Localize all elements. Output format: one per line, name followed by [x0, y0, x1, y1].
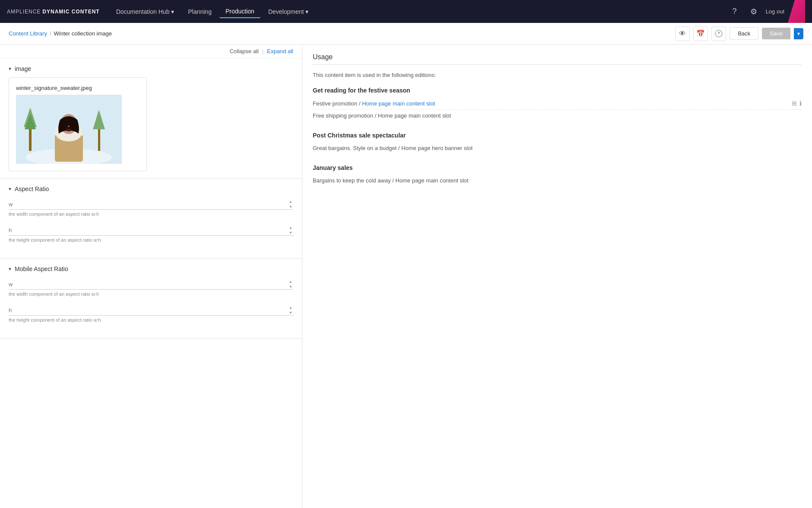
edition-1-slot-1-icons: ⊞ ℹ	[792, 100, 802, 107]
collapse-expand-bar: Collapse all | Expand all	[0, 45, 302, 58]
brand-dc-text: DYNAMIC CONTENT	[42, 9, 99, 15]
history-icon[interactable]: 🕐	[711, 26, 726, 41]
nav-item-production-label: Production	[225, 8, 254, 15]
svg-point-10	[65, 122, 67, 125]
mob-spinner-down-h-icon[interactable]: ▼	[288, 310, 293, 316]
section-mobile-aspect-ratio-title: Mobile Aspect Ratio	[15, 265, 68, 272]
aspect-ratio-w-wrapper: ▲ ▼ the width component of an aspect rat…	[9, 199, 293, 217]
edition-3-slot-1-context: Bargains to keep the cold away / Home pa…	[313, 177, 469, 184]
usage-title: Usage	[313, 53, 802, 65]
subheader-actions: 👁 📅 🕐 Back Save ▾	[675, 26, 803, 41]
calendar-icon[interactable]: 📅	[693, 26, 708, 41]
usage-intro: This content item is used in the followi…	[313, 72, 802, 78]
save-dropdown-button[interactable]: ▾	[794, 28, 803, 39]
spinner-down-icon[interactable]: ▼	[288, 204, 293, 210]
nav-item-development-label: Development	[268, 8, 304, 15]
settings-icon[interactable]: ⚙	[747, 5, 761, 19]
spinner-up-icon[interactable]: ▲	[288, 199, 293, 204]
main-layout: Collapse all | Expand all ▾ image winter…	[0, 45, 812, 508]
edition-2-slot-1: Great bargains. Style on a budget / Home…	[313, 142, 802, 154]
mobile-aspect-ratio-h-input[interactable]	[9, 305, 293, 316]
section-image: ▾ image winter_signature_sweater.jpeg	[0, 58, 302, 179]
breadcrumb-current-item: Winter collection image	[54, 30, 112, 37]
edition-2-slot-1-context: Great bargains. Style on a budget / Home…	[313, 145, 473, 151]
nav-item-planning-label: Planning	[188, 8, 212, 15]
svg-rect-5	[98, 127, 100, 151]
collapse-all-button[interactable]: Collapse all	[230, 48, 259, 54]
save-button[interactable]: Save	[762, 28, 790, 39]
slot-info-icon[interactable]: ℹ	[799, 100, 802, 107]
breadcrumb-content-library[interactable]: Content Library	[9, 30, 47, 37]
chevron-down-icon: ▾	[171, 8, 174, 15]
aspect-ratio-h-spinner[interactable]: ▲ ▼	[288, 225, 293, 236]
edition-1-slot-1: Festive promotion / Home page main conte…	[313, 97, 802, 110]
mob-spinner-down-icon[interactable]: ▼	[288, 284, 293, 290]
expand-all-button[interactable]: Expand all	[267, 48, 293, 54]
nav-item-production[interactable]: Production	[219, 5, 260, 18]
section-image-header[interactable]: ▾ image	[9, 65, 293, 72]
svg-point-12	[68, 126, 70, 127]
aspect-ratio-h-input[interactable]	[9, 225, 293, 236]
breadcrumb: Content Library / Winter collection imag…	[9, 30, 675, 37]
nav-item-documentation[interactable]: Documentation Hub ▾	[110, 6, 181, 18]
preview-icon[interactable]: 👁	[675, 26, 690, 41]
nav-item-documentation-label: Documentation Hub	[116, 8, 170, 15]
nav-item-planning[interactable]: Planning	[182, 6, 218, 18]
image-filename: winter_signature_sweater.jpeg	[16, 85, 140, 91]
aspect-ratio-h-wrapper: ▲ ▼ the height component of an aspect ra…	[9, 225, 293, 243]
nav-right-actions: ? ⚙ Log out	[728, 5, 784, 19]
mob-spinner-up-h-icon[interactable]: ▲	[288, 305, 293, 310]
section-mobile-aspect-ratio: ▾ Mobile Aspect Ratio ▲ ▼ the width comp…	[0, 259, 302, 339]
image-card: winter_signature_sweater.jpeg	[9, 77, 147, 171]
chevron-down-icon-dev: ▾	[305, 8, 308, 15]
nav-items: Documentation Hub ▾ Planning Production …	[110, 5, 728, 18]
aspect-ratio-fields: ▲ ▼ the width component of an aspect rat…	[9, 199, 293, 243]
spinner-down-h-icon[interactable]: ▼	[288, 230, 293, 236]
edition-2: Post Christmas sale spectacular Great ba…	[313, 132, 802, 154]
section-aspect-ratio: ▾ Aspect Ratio ▲ ▼ the width component o…	[0, 179, 302, 259]
spinner-up-h-icon[interactable]: ▲	[288, 225, 293, 230]
breadcrumb-separator: /	[50, 30, 51, 37]
logout-button[interactable]: Log out	[766, 8, 784, 15]
left-panel: Collapse all | Expand all ▾ image winter…	[0, 45, 302, 508]
section-mobile-aspect-ratio-header[interactable]: ▾ Mobile Aspect Ratio	[9, 265, 293, 272]
edition-1-slot-2-context: Free shipping promotion / Home page main…	[313, 112, 451, 119]
aspect-ratio-h-hint: the height component of an aspect ratio …	[9, 237, 293, 243]
mobile-aspect-ratio-w-hint: the width component of an aspect ratio w…	[9, 291, 293, 297]
mobile-aspect-ratio-h-spinner[interactable]: ▲ ▼	[288, 305, 293, 316]
edition-3-slot-1: Bargains to keep the cold away / Home pa…	[313, 175, 802, 186]
svg-point-11	[71, 122, 73, 125]
section-aspect-ratio-chevron: ▾	[9, 186, 11, 192]
edition-3-title: January sales	[313, 164, 802, 171]
mobile-aspect-ratio-w-input[interactable]	[9, 279, 293, 290]
aspect-ratio-w-input[interactable]	[9, 199, 293, 210]
section-image-chevron: ▾	[9, 66, 11, 72]
edition-1-slot-1-context: Festive promotion / Home page main conte…	[313, 100, 435, 107]
section-aspect-ratio-title: Aspect Ratio	[15, 185, 49, 192]
help-icon[interactable]: ?	[728, 5, 742, 19]
mobile-aspect-ratio-h-hint: the height component of an aspect ratio …	[9, 317, 293, 323]
image-preview-svg	[16, 95, 122, 164]
section-aspect-ratio-header[interactable]: ▾ Aspect Ratio	[9, 185, 293, 192]
edition-3: January sales Bargains to keep the cold …	[313, 164, 802, 186]
edition-1-title: Get reading for the festive season	[313, 87, 802, 94]
edition-1-slot-1-link[interactable]: Home page main content slot	[362, 100, 435, 107]
image-preview	[16, 95, 122, 164]
edition-1-slot-2: Free shipping promotion / Home page main…	[313, 110, 802, 121]
edition-1: Get reading for the festive season Festi…	[313, 87, 802, 121]
top-navigation: AMPLIENCE DYNAMIC CONTENT Documentation …	[0, 0, 812, 23]
mobile-aspect-ratio-fields: ▲ ▼ the width component of an aspect rat…	[9, 279, 293, 323]
aspect-ratio-w-hint: the width component of an aspect ratio w…	[9, 211, 293, 217]
section-image-title: image	[15, 65, 31, 72]
collapse-separator: |	[262, 48, 263, 54]
edition-2-title: Post Christmas sale spectacular	[313, 132, 802, 139]
mobile-aspect-ratio-w-spinner[interactable]: ▲ ▼	[288, 279, 293, 290]
section-mobile-aspect-ratio-chevron: ▾	[9, 266, 11, 272]
mob-spinner-up-icon[interactable]: ▲	[288, 279, 293, 284]
nav-item-development[interactable]: Development ▾	[262, 6, 315, 18]
aspect-ratio-w-spinner[interactable]: ▲ ▼	[288, 199, 293, 210]
slot-grid-icon[interactable]: ⊞	[792, 100, 797, 107]
brand-accent	[788, 0, 805, 23]
back-button[interactable]: Back	[730, 27, 758, 40]
brand-logo: AMPLIENCE DYNAMIC CONTENT	[7, 9, 100, 15]
